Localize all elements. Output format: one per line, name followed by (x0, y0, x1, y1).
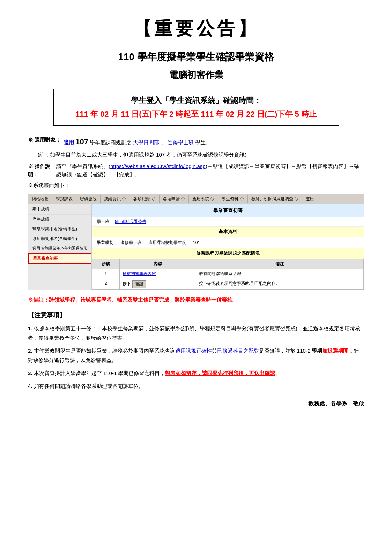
ui-graduation-system-value: 進修學士班 (120, 239, 141, 246)
date-box-line2: 111 年 02 月 11 日(五)下午 2 時起至 111 年 02 月 22… (62, 108, 330, 120)
menu-applications[interactable]: 各項申請 ◇ (160, 195, 189, 203)
applicable-prefix: ※ 適用對象： (28, 136, 61, 144)
applicable-suffix: 學生。 (195, 139, 211, 145)
sidebar-class-rank[interactable]: 班級學期排名(含轉學生) (28, 224, 91, 234)
ui-announcement-link[interactable]: 59:59點我看公告 (115, 218, 146, 225)
menu-satisfaction[interactable]: 教師、班師滿意度調查 ◇ (248, 195, 302, 203)
table-row: 2 按下 確認 按下確認後表示同意學系助理 匹配之內容。 (92, 279, 364, 290)
ui-step2-content: 按下 確認 (120, 279, 196, 290)
applicable-text: 適用 107 學年度課程規劃之 大學日間部 、 進修學士班 學生。 (64, 136, 211, 148)
sub-title-2: 電腦初審作業 (28, 68, 364, 82)
ui-matching-table: 步驟 內容 備註 1 檢核初審報表內容 若有問題聯給學系助理。 2 (92, 259, 364, 290)
ui-panel-header: 畢業審查初審 (92, 204, 364, 217)
ui-step-1: 1 (92, 269, 120, 279)
system-link[interactable]: https://webs.asia.edu.tw/stdinfo/login.a… (110, 163, 206, 169)
notice-num-1: 1. (28, 325, 34, 331)
notice-num-3: 3. (28, 370, 34, 376)
menu-student-info[interactable]: 學生資料 ◇ (218, 195, 247, 203)
menu-records[interactable]: 各項紀錄 ◇ (130, 195, 159, 203)
print-reminder: 報表如須留存，請同學先行列印後，再送出確認 (165, 370, 275, 376)
menu-course-table[interactable]: 學規課表 (52, 195, 76, 203)
sidebar-all-grades[interactable]: 歷年成績 (28, 215, 91, 224)
sub-title-1: 110 學年度擬畢業學生確認畢業資格 (28, 49, 364, 65)
ui-step1-content: 檢核初審報表內容 (120, 269, 196, 279)
applicable-note: (註：如學生目前為大二或大三學生，但適用課規為 107 者，仍可至系統確認修課學… (28, 150, 364, 159)
ui-matching-title: 修習課程與畢業課規之匹配情況 (92, 248, 364, 259)
ui-sidebar: 期中成績 歷年成績 班級學期排名(含轉學生) 系所學期排名(含轉學生) 適用 查… (28, 204, 92, 289)
separator: 、 (161, 139, 166, 145)
notice-item-3: 3. 本次審查採計入學當學年起至 110-1 學期已修習之科目，報表如須留存，請… (28, 368, 364, 378)
sidebar-mid-grades[interactable]: 期中成績 (28, 204, 91, 214)
notice-num-4: 4. (28, 383, 34, 389)
applicable-num: 107 (75, 137, 88, 146)
applicable-link[interactable]: 適用 (64, 139, 74, 145)
operation-section: ※ 操作說明： 請至『學生資訊系統』(https://webs.asia.edu… (28, 162, 364, 179)
daytime-dept-link[interactable]: 大學日間部 (133, 139, 159, 145)
ui-basic-info-title: 基本資料 (92, 227, 364, 237)
notice-item-1: 1. 依據本校學則第五十一條：「本校學生修業期滿，並修滿該學系(組)所、學程規定… (28, 324, 364, 343)
ui-table-header-note: 備註 (196, 259, 363, 269)
menu-systems[interactable]: 應用系統 ◇ (189, 195, 218, 203)
ui-menubar: 網站地圖 學規課表 密碼更改 成績資訊 ◇ 各項紀錄 ◇ 各項申請 ◇ 應用系統… (28, 194, 364, 204)
menu-password[interactable]: 密碼更改 (76, 195, 101, 203)
sidebar-dept-rank[interactable]: 系所學期排名(含轉學生) (28, 234, 91, 244)
ui-graduation-system-label: 畢業學制 (97, 239, 113, 246)
ui-confirm-btn[interactable]: 確認 (132, 280, 146, 288)
menu-logout[interactable]: 登出 (302, 195, 318, 203)
date-box-line1: 學生登入「學生資訊系統」確認時間： (62, 94, 330, 107)
ui-step1-note: 若有問題聯給學系助理。 (196, 269, 363, 279)
sidebar-applicable-item[interactable]: 適用 查詢畢業年本年力通過情形 (28, 244, 91, 253)
ui-table-header-content: 內容 (120, 259, 196, 269)
ui-curriculum-year-label: 適用課程規劃學年度 (148, 239, 186, 246)
ui-screenshot: 網站地圖 學規課表 密碼更改 成績資訊 ◇ 各項紀錄 ◇ 各項申請 ◇ 應用系統… (28, 194, 364, 290)
ui-check-report-link[interactable]: 檢核初審報表內容 (123, 271, 156, 276)
ui-content: 期中成績 歷年成績 班級學期排名(含轉學生) 系所學期排名(含轉學生) 適用 查… (28, 204, 364, 289)
main-title: 【重要公告】 (28, 14, 364, 43)
ui-info-row: 畢業學制 進修學士班 適用課程規劃學年度 101 (92, 237, 364, 248)
ui-curriculum-year-value: 101 (193, 239, 200, 246)
ui-table-header-step: 步驟 (92, 259, 120, 269)
sidebar-graduation-audit[interactable]: 畢業審查初審 (28, 253, 91, 264)
notice-section: 【注意事項】 1. 依據本校學則第五十一條：「本校學生修業期滿，並修滿該學系(組… (28, 310, 364, 391)
footer-signature: 教務處、各學系 敬啟 (28, 399, 364, 408)
notice-item-4: 4. 如有任何問題請聯絡各學系助理或各開課單位。 (28, 381, 364, 391)
evening-dept-link[interactable]: 進修學士班 (168, 139, 194, 145)
menu-grades[interactable]: 成績資訊 ◇ (101, 195, 130, 203)
table-row: 1 檢核初審報表內容 若有問題聯給學系助理。 (92, 269, 364, 279)
ui-bachelor-label: 學士班 (97, 218, 109, 225)
menu-site-map[interactable]: 網站地圖 (28, 195, 52, 203)
notice-title: 【注意事項】 (28, 310, 364, 320)
applicable-section: ※ 適用對象： 適用 107 學年度課程規劃之 大學日間部 、 進修學士班 學生… (28, 136, 364, 148)
ui-step2-note: 按下確認後表示同意學系助理 匹配之內容。 (196, 279, 363, 290)
operation-label: ※ 操作說明： (28, 162, 54, 179)
system-screen-label: ※系統畫面如下： (28, 181, 364, 189)
add-drop-period: 加退選期間 (322, 348, 348, 354)
ui-step-2: 2 (92, 279, 120, 290)
notice-num-2: 2. (28, 348, 34, 354)
applicable-curriculum-link[interactable]: 適用課規正確性 (175, 348, 212, 354)
semester-label: 學期 (312, 348, 322, 354)
operation-text: 請至『學生資訊系統』(https://webs.asia.edu.tw/stdi… (56, 162, 364, 179)
ui-student-row: 學士班 59:59點我看公告 (92, 217, 364, 227)
ui-main-panel: 畢業審查初審 學士班 59:59點我看公告 基本資料 畢業學制 進修學士班 適用… (92, 204, 364, 289)
date-box: 學生登入「學生資訊系統」確認時間： 111 年 02 月 11 日(五)下午 2… (53, 89, 339, 126)
matched-courses-link[interactable]: 已修過科目之配對 (217, 348, 259, 354)
graduation-audit-link-text: 畢業審查 (185, 297, 206, 303)
notice-item-2: 2. 本作業攸關學生是否能如期畢業，請務必於期限內至系統查詢適用課規正確性與已修… (28, 346, 364, 365)
important-note: ※備註：跨領域學程、跨域專長學程、輔系及雙主修是否完成，將於畢業審查時一併審核。 (28, 296, 364, 304)
applicable-desc: 學年度課程規劃之 (90, 139, 132, 145)
